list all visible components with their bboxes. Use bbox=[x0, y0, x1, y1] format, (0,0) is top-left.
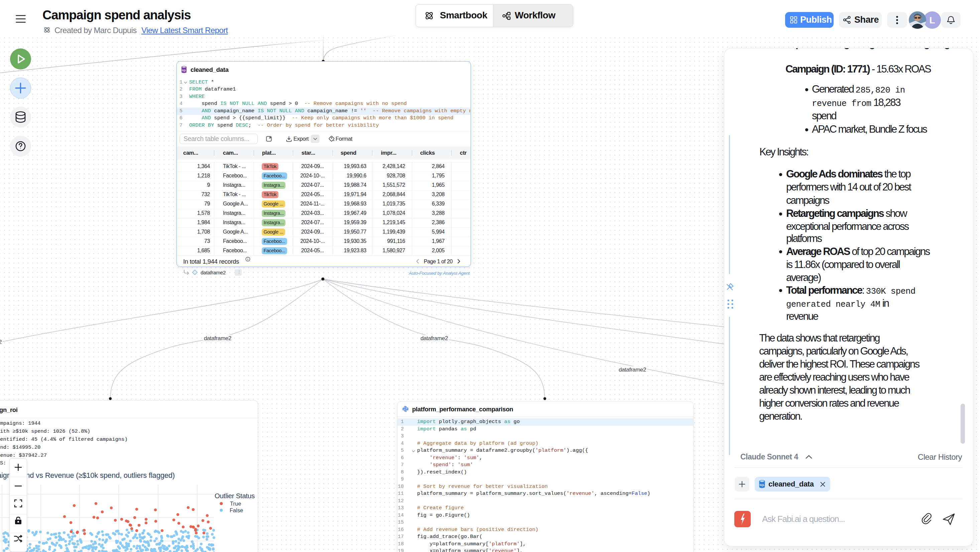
svg-text:SQL: SQL bbox=[759, 484, 765, 487]
svg-text:L: L bbox=[929, 15, 935, 25]
svg-text:SQL: SQL bbox=[182, 69, 186, 72]
svg-text:True: True bbox=[230, 501, 241, 507]
svg-text:False: False bbox=[230, 507, 243, 513]
svg-text:Outlier Status: Outlier Status bbox=[215, 492, 255, 500]
